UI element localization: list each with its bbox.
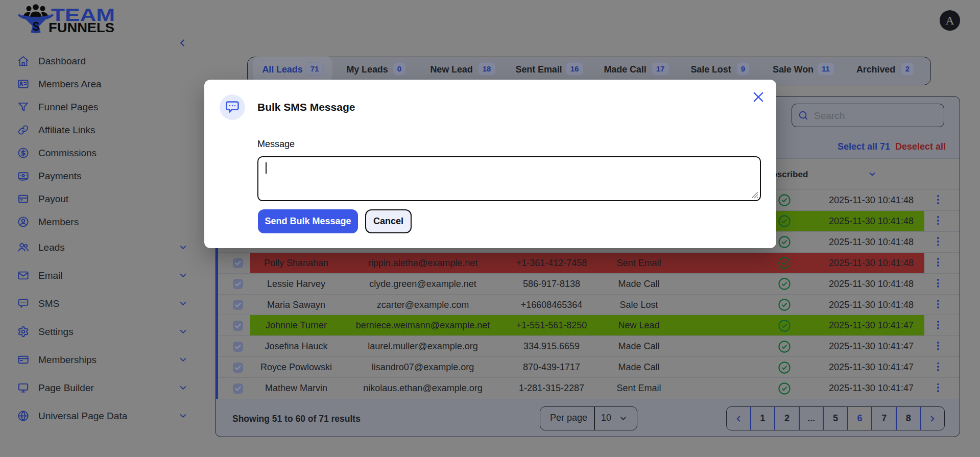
svg-text:FUNNELS: FUNNELS xyxy=(49,20,114,35)
svg-text:$: $ xyxy=(33,20,39,33)
